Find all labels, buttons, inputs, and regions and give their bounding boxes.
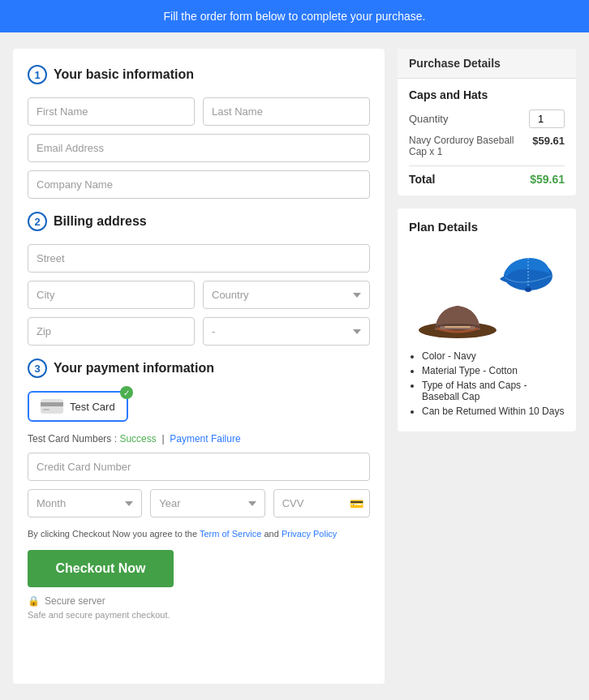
checkout-button[interactable]: Checkout Now: [28, 550, 174, 587]
svg-point-5: [525, 287, 531, 292]
quantity-input[interactable]: [529, 110, 565, 128]
check-badge: ✓: [120, 386, 133, 399]
section2-title: Billing address: [54, 214, 147, 229]
list-item: Type of Hats and Caps - Baseball Cap: [422, 380, 565, 402]
company-input[interactable]: [28, 170, 370, 199]
cc-row: [28, 453, 370, 481]
card-label: Test Card: [70, 401, 115, 413]
svg-rect-9: [445, 326, 471, 328]
success-link[interactable]: Success: [119, 433, 156, 444]
terms-text: By clicking Checkout Now you agree to th…: [28, 529, 370, 539]
cvv-card-icon: 💳: [350, 497, 363, 510]
secure-label: Secure server: [45, 595, 105, 607]
first-name-input[interactable]: [28, 97, 195, 126]
step1-circle: 1: [28, 65, 47, 84]
section3-title: Your payment information: [54, 361, 214, 376]
quantity-row: Quantity: [409, 110, 565, 128]
email-row: [28, 134, 370, 162]
svg-rect-1: [41, 402, 63, 406]
plan-title: Plan Details: [409, 220, 565, 234]
step2-circle: 2: [28, 212, 47, 231]
quantity-label: Quantity: [409, 113, 448, 125]
company-row: [28, 170, 370, 199]
state-select[interactable]: -: [203, 317, 370, 346]
plan-box: Plan Details: [398, 208, 576, 432]
email-input[interactable]: [28, 134, 370, 162]
privacy-policy-link[interactable]: Privacy Policy: [282, 529, 337, 539]
purchase-header: Purchase Details: [398, 49, 576, 79]
page-wrapper: Fill the order form below to complete yo…: [0, 0, 589, 700]
purchase-box: Purchase Details Caps and Hats Quantity …: [398, 49, 576, 195]
total-label: Total: [409, 173, 435, 186]
right-column: Purchase Details Caps and Hats Quantity …: [398, 49, 576, 684]
svg-rect-2: [43, 409, 49, 410]
item-name: Navy Corduroy Baseball Cap x 1: [409, 135, 532, 157]
credit-card-icon: [41, 399, 63, 414]
lock-icon: 🔒: [28, 595, 40, 607]
product-category: Caps and Hats: [409, 88, 565, 101]
step3-circle: 3: [28, 359, 47, 378]
test-card-option[interactable]: Test Card ✓: [28, 391, 128, 422]
zip-state-row: -: [28, 317, 370, 346]
list-item: Color - Navy: [422, 350, 565, 362]
purchase-body: Caps and Hats Quantity Navy Corduroy Bas…: [398, 79, 576, 195]
failure-link[interactable]: Payment Failure: [170, 433, 240, 444]
month-select[interactable]: Month: [28, 489, 142, 517]
baseball-cap-image: [484, 243, 557, 300]
section3-header: 3 Your payment information: [28, 359, 370, 378]
list-item: Can be Returned Within 10 Days: [422, 406, 565, 417]
section1-title: Your basic information: [54, 67, 194, 82]
item-row: Navy Corduroy Baseball Cap x 1 $59.61: [409, 135, 565, 166]
plan-details-list: Color - NavyMaterial Type - CottonType o…: [409, 350, 565, 417]
banner-text: Fill the order form below to complete yo…: [164, 10, 426, 23]
section2-header: 2 Billing address: [28, 212, 370, 231]
secure-row: 🔒 Secure server: [28, 595, 370, 607]
left-column: 1 Your basic information 2 Billing addr: [13, 49, 385, 684]
total-row: Total $59.61: [409, 173, 565, 186]
country-select[interactable]: Country: [203, 281, 370, 309]
city-input[interactable]: [28, 281, 195, 309]
year-select[interactable]: Year: [150, 489, 264, 517]
zip-input[interactable]: [28, 317, 195, 346]
safe-note: Safe and secure payment checkout.: [28, 610, 370, 620]
plan-details: Color - NavyMaterial Type - CottonType o…: [409, 350, 565, 417]
test-card-label: Test Card Numbers :: [28, 433, 117, 444]
main-content: 1 Your basic information 2 Billing addr: [0, 32, 589, 700]
cvv-row: Month Year 💳: [28, 489, 370, 517]
test-card-info: Test Card Numbers : Success | Payment Fa…: [28, 433, 370, 444]
top-banner: Fill the order form below to complete yo…: [0, 0, 589, 32]
item-price: $59.61: [532, 135, 565, 147]
terms-of-service-link[interactable]: Term of Service: [200, 529, 261, 539]
hat-images: [409, 243, 565, 341]
list-item: Material Type - Cotton: [422, 365, 565, 376]
cc-number-input[interactable]: [28, 453, 370, 481]
section1-header: 1 Your basic information: [28, 65, 370, 84]
street-input[interactable]: [28, 244, 370, 273]
city-country-row: Country: [28, 281, 370, 309]
last-name-input[interactable]: [203, 97, 370, 126]
cowboy-hat-image: [417, 296, 498, 341]
street-row: [28, 244, 370, 273]
cvv-wrap: 💳: [273, 489, 370, 517]
name-row: [28, 97, 370, 126]
total-price: $59.61: [530, 173, 565, 186]
